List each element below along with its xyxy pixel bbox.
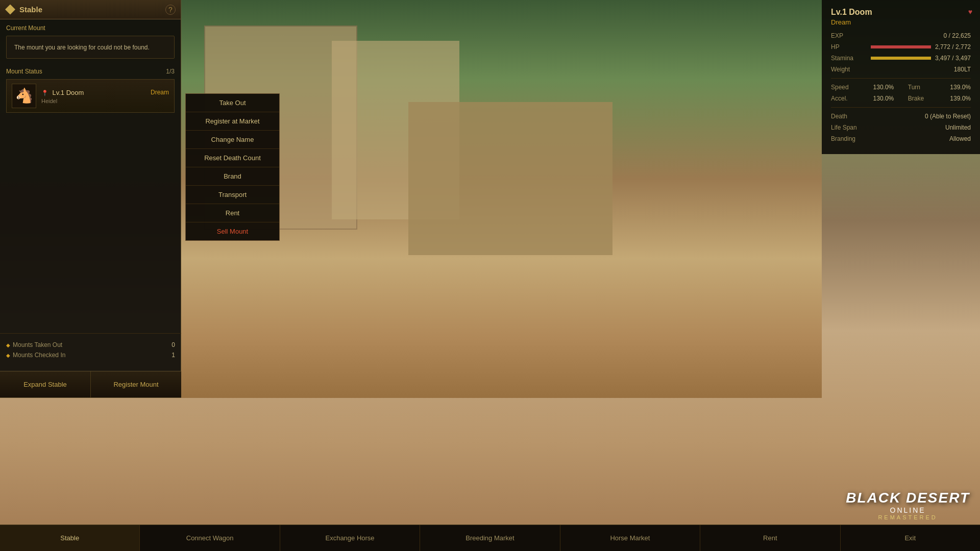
hp-label: HP <box>831 43 867 51</box>
context-brand[interactable]: Brand <box>186 167 279 186</box>
mount-name-row: 📍 Lv.1 Doom Dream <box>41 88 169 97</box>
diamond-icon-2: ◆ <box>6 353 10 358</box>
current-mount-label: Current Mount <box>6 24 175 32</box>
turn-label: Turn <box>908 84 944 91</box>
stable-title-group: Stable <box>5 5 42 15</box>
stable-panel: Stable ? Current Mount The mount you are… <box>0 0 181 398</box>
mount-location: Heidel <box>41 98 169 104</box>
mount-list-item[interactable]: 🐴 📍 Lv.1 Doom Dream Heidel <box>6 79 175 113</box>
diamond-icon: ◆ <box>6 342 10 348</box>
stable-icon <box>5 5 15 15</box>
bdo-online: ONLINE <box>846 506 970 514</box>
stamina-stat-line: Stamina 3,497 / 3,497 <box>831 55 971 62</box>
stable-titlebar: Stable ? <box>0 0 181 19</box>
branding-stat-line: Branding Allowed <box>831 135 971 142</box>
mount-grade-display: Dream <box>831 18 971 26</box>
nav-breeding-market[interactable]: Breeding Market <box>420 525 560 551</box>
stamina-bar-fill <box>871 57 931 60</box>
expand-stable-button[interactable]: Expand Stable <box>0 371 91 397</box>
accel-value: 130.0% <box>873 95 894 102</box>
mounts-taken-out-value: 0 <box>172 341 175 348</box>
heart-icon: ♥ <box>968 8 972 16</box>
bdo-title: BLACK DESERT <box>846 490 970 506</box>
help-button[interactable]: ? <box>165 5 176 15</box>
stable-title: Stable <box>19 5 42 14</box>
register-mount-button[interactable]: Register Mount <box>91 371 181 397</box>
current-mount-section: Current Mount The mount you are looking … <box>0 19 181 64</box>
lifespan-label: Life Span <box>831 124 867 131</box>
speed-value: 130.0% <box>873 84 894 91</box>
brake-value: 139.0% <box>950 95 971 102</box>
branding-value: Allowed <box>949 135 971 142</box>
nav-exchange-horse[interactable]: Exchange Horse <box>280 525 420 551</box>
context-menu: Take Out Register at Market Change Name … <box>185 93 280 241</box>
mount-location-pin-icon: 📍 <box>41 90 48 96</box>
context-rent[interactable]: Rent <box>186 204 279 222</box>
stats-divider <box>831 78 971 79</box>
accel-label: Accel. <box>831 95 867 102</box>
exp-value: 0 / 22,625 <box>944 32 971 39</box>
mount-level-name: Lv.1 Doom <box>831 8 971 17</box>
exp-stat-line: EXP 0 / 22,625 <box>831 32 971 39</box>
nav-stable[interactable]: Stable <box>0 525 140 551</box>
speed-label: Speed <box>831 84 867 91</box>
stats-divider-2 <box>831 107 971 108</box>
context-transport[interactable]: Transport <box>186 186 279 204</box>
nav-exit[interactable]: Exit <box>841 525 980 551</box>
death-value: 0 (Able to Reset) <box>925 113 971 120</box>
speed-turn-line: Speed 130.0% Turn 139.0% <box>831 84 971 91</box>
bdo-watermark: BLACK DESERT ONLINE REMASTERED <box>846 490 970 520</box>
weight-value: 180LT <box>954 66 971 73</box>
mount-info: 📍 Lv.1 Doom Dream Heidel <box>41 88 169 104</box>
bdo-remastered: REMASTERED <box>846 514 970 520</box>
mounts-taken-out-label: ◆ Mounts Taken Out <box>6 341 62 348</box>
mount-not-found-box: The mount you are looking for could not … <box>6 36 175 59</box>
bottom-navigation: Stable Connect Wagon Exchange Horse Bree… <box>0 524 980 551</box>
brake-label: Brake <box>908 95 944 102</box>
hp-bar-fill <box>871 45 931 48</box>
weight-label: Weight <box>831 66 867 73</box>
accel-brake-line: Accel. 130.0% Brake 139.0% <box>831 95 971 102</box>
weight-stat-line: Weight 180LT <box>831 66 971 73</box>
hp-bar-container <box>871 45 931 48</box>
context-change-name[interactable]: Change Name <box>186 131 279 149</box>
mounts-checked-in-label: ◆ Mounts Checked In <box>6 352 65 359</box>
context-sell-mount[interactable]: Sell Mount <box>186 222 279 240</box>
stable-stats: ◆ Mounts Taken Out 0 ◆ Mounts Checked In… <box>0 333 181 369</box>
hp-value: 2,772 / 2,772 <box>935 43 971 51</box>
context-register-market[interactable]: Register at Market <box>186 112 279 131</box>
branding-label: Branding <box>831 135 867 142</box>
stable-bottom-buttons: Expand Stable Register Mount <box>0 371 181 397</box>
mount-status-section: Mount Status 1/3 🐴 📍 Lv.1 Doom Dream Hei… <box>0 64 181 117</box>
mount-name: Lv.1 Doom <box>52 89 84 96</box>
hp-stat-line: HP 2,772 / 2,772 <box>831 43 971 51</box>
mounts-taken-out-row: ◆ Mounts Taken Out 0 <box>6 341 175 348</box>
mount-status-count: 1/3 <box>166 68 175 75</box>
death-stat-line: Death 0 (Able to Reset) <box>831 113 971 120</box>
mounts-checked-in-row: ◆ Mounts Checked In 1 <box>6 352 175 359</box>
mount-not-found-text: The mount you are looking for could not … <box>14 44 150 51</box>
lifespan-stat-line: Life Span Unlimited <box>831 124 971 131</box>
mount-grade: Dream <box>151 89 169 96</box>
mount-avatar: 🐴 <box>12 84 36 108</box>
mount-horse-icon: 🐴 <box>15 87 33 104</box>
context-reset-death[interactable]: Reset Death Count <box>186 149 279 167</box>
nav-rent[interactable]: Rent <box>700 525 840 551</box>
nav-horse-market[interactable]: Horse Market <box>560 525 700 551</box>
context-take-out[interactable]: Take Out <box>186 94 279 112</box>
stamina-bar-container <box>871 57 931 60</box>
exp-label: EXP <box>831 32 867 39</box>
mount-status-header: Mount Status 1/3 <box>6 68 175 75</box>
nav-connect-wagon[interactable]: Connect Wagon <box>140 525 280 551</box>
stamina-value: 3,497 / 3,497 <box>935 55 971 62</box>
stamina-label: Stamina <box>831 55 867 62</box>
lifespan-value: Unlimited <box>945 124 971 131</box>
mount-name-group: 📍 Lv.1 Doom <box>41 88 84 97</box>
turn-value: 139.0% <box>950 84 971 91</box>
right-stats-panel: ♥ Lv.1 Doom Dream EXP 0 / 22,625 HP 2,77… <box>822 0 980 154</box>
mount-status-label: Mount Status <box>6 68 42 75</box>
death-label: Death <box>831 113 867 120</box>
mounts-checked-in-value: 1 <box>172 352 175 359</box>
